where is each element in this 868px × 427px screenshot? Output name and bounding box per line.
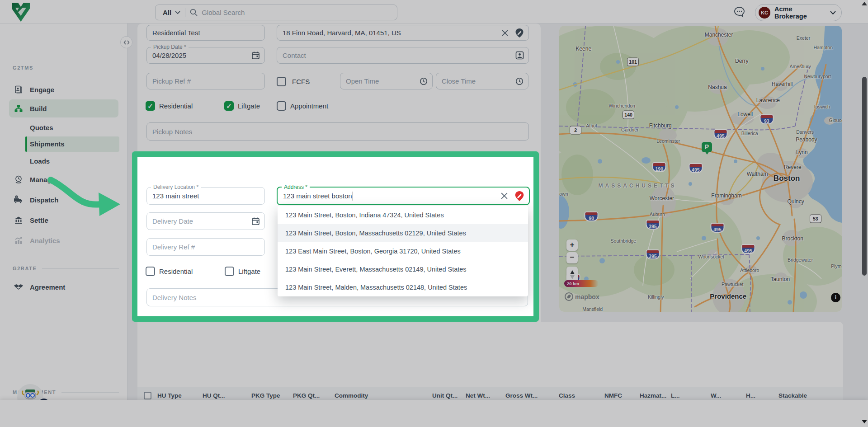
app-window: All Global Search KC Acme Brokerage G2TM… xyxy=(0,0,868,427)
tutorial-arrow xyxy=(0,0,136,235)
tutorial-highlight-frame xyxy=(132,151,539,322)
overlay-right xyxy=(533,157,868,316)
overlay-bottom xyxy=(0,316,868,427)
